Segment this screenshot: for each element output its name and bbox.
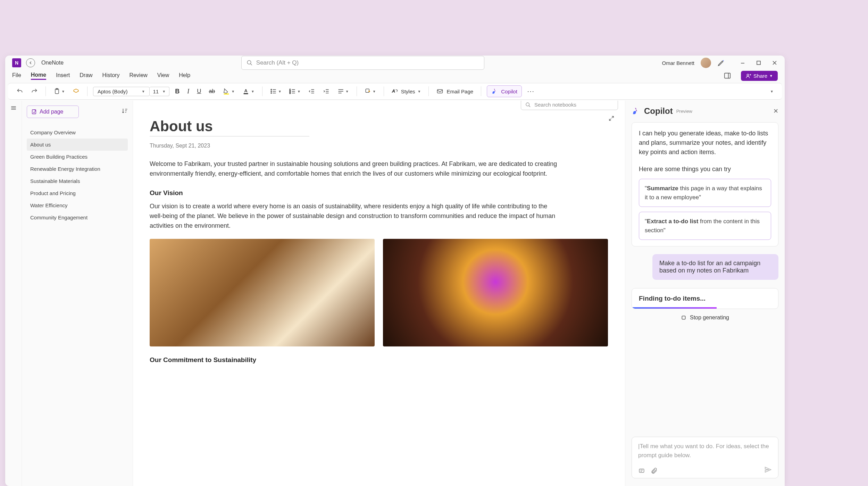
panel-toggle-icon[interactable]	[724, 72, 731, 79]
content-image[interactable]	[150, 239, 375, 346]
note-content[interactable]: Search notebooks About us Thursday, Sept…	[133, 101, 625, 486]
copilot-ribbon-button[interactable]: Copilot	[487, 85, 522, 97]
page-date: Thursday, Sept 21, 2023	[150, 143, 608, 149]
email-page-button[interactable]: Email Page	[434, 86, 475, 96]
app-window: N OneNote Search (Alt + Q) Omar Bennett …	[5, 56, 785, 486]
chevron-down-icon: ▼	[142, 90, 145, 93]
copilot-icon	[491, 88, 498, 95]
commitment-heading[interactable]: Our Commitment to Sustainability	[150, 356, 608, 364]
stop-icon	[681, 315, 686, 320]
copilot-status-card: Finding to-do items...	[632, 288, 778, 309]
svg-text:3: 3	[290, 92, 291, 94]
preview-badge: Preview	[676, 109, 692, 114]
undo-button[interactable]	[14, 86, 25, 96]
copilot-suggestion[interactable]: "Extract a to-do list from the content i…	[639, 212, 771, 240]
close-copilot-button[interactable]: ✕	[773, 107, 778, 115]
tab-draw[interactable]: Draw	[80, 72, 92, 79]
copilot-input[interactable]: |Tell me what you want to do. For ideas,…	[632, 437, 778, 478]
page-item[interactable]: Community Engagement	[27, 211, 128, 224]
prompt-guide-icon[interactable]	[638, 467, 645, 474]
share-button[interactable]: Share ▼	[741, 71, 778, 81]
pen-icon[interactable]	[717, 59, 725, 67]
global-search-input[interactable]: Search (Alt + Q)	[241, 56, 484, 70]
ribbon: ▼ Aptos (Body)▼ 11▼ B I U ab ▼ A▼ ▼ 123▼…	[8, 83, 782, 100]
tab-history[interactable]: History	[102, 72, 120, 79]
ribbon-collapse-button[interactable]: ▼	[768, 88, 776, 95]
strikethrough-button[interactable]: ab	[207, 87, 217, 96]
page-item[interactable]: About us	[27, 139, 128, 151]
intro-paragraph[interactable]: Welcome to Fabrikam, your trusted partne…	[150, 159, 559, 179]
font-size-selector[interactable]: 11▼	[150, 87, 170, 96]
tab-review[interactable]: Review	[129, 72, 147, 79]
app-name: OneNote	[41, 60, 64, 66]
numbering-button[interactable]: 123▼	[287, 86, 303, 96]
back-button[interactable]	[26, 58, 35, 67]
font-color-button[interactable]: A▼	[240, 86, 257, 97]
chevron-down-icon: ▼	[162, 90, 166, 93]
avatar[interactable]	[701, 58, 711, 68]
tab-home[interactable]: Home	[31, 72, 46, 80]
minimize-button[interactable]	[740, 60, 746, 66]
close-button[interactable]	[771, 60, 778, 66]
copilot-icon	[632, 107, 641, 116]
copilot-title: Copilot	[644, 106, 673, 116]
bullets-button[interactable]: ▼	[268, 86, 284, 96]
attach-icon[interactable]	[651, 467, 658, 474]
svg-point-13	[271, 91, 272, 92]
highlight-button[interactable]: ▼	[220, 86, 237, 97]
svg-rect-41	[639, 469, 644, 472]
svg-point-15	[271, 93, 272, 94]
app-logo-icon: N	[12, 58, 21, 67]
align-button[interactable]: ▼	[335, 86, 351, 96]
page-title[interactable]: About us	[150, 118, 608, 135]
user-area: Omar Bennett	[662, 58, 778, 68]
vision-heading[interactable]: Our Vision	[150, 189, 608, 197]
title-divider	[150, 136, 309, 136]
menu-tabs: File Home Insert Draw History Review Vie…	[5, 69, 785, 82]
content-image[interactable]	[383, 239, 608, 346]
more-button[interactable]: ···	[525, 86, 537, 97]
send-button[interactable]	[764, 466, 772, 475]
outdent-button[interactable]	[306, 86, 317, 96]
svg-point-11	[271, 89, 272, 90]
paste-button[interactable]: ▼	[51, 86, 67, 96]
svg-text:A: A	[244, 88, 248, 93]
page-item[interactable]: Sustainable Materials	[27, 175, 128, 187]
underline-button[interactable]: U	[195, 86, 203, 96]
svg-point-0	[247, 60, 251, 64]
svg-text:A: A	[392, 89, 395, 93]
sort-button[interactable]	[122, 108, 128, 115]
indent-button[interactable]	[321, 86, 332, 96]
page-item[interactable]: Company Overview	[27, 126, 128, 139]
expand-button[interactable]	[608, 115, 615, 123]
page-item[interactable]: Renewable Energy Integration	[27, 163, 128, 175]
tab-insert[interactable]: Insert	[56, 72, 70, 79]
notebook-search-input[interactable]: Search notebooks	[521, 101, 618, 110]
search-icon	[247, 60, 253, 66]
format-painter-button[interactable]	[70, 86, 82, 96]
sidebar-toggle[interactable]	[5, 101, 22, 486]
tab-view[interactable]: View	[157, 72, 169, 79]
maximize-button[interactable]	[756, 60, 762, 66]
page-item[interactable]: Green Building Practices	[27, 151, 128, 163]
tab-help[interactable]: Help	[179, 72, 190, 79]
page-item[interactable]: Product and Pricing	[27, 187, 128, 199]
styles-button[interactable]: AStyles▼	[390, 86, 423, 96]
bold-button[interactable]: B	[173, 86, 182, 97]
font-selector[interactable]: Aptos (Body)▼	[93, 87, 150, 96]
page-item[interactable]: Water Efficiency	[27, 199, 128, 211]
vision-paragraph[interactable]: Our vision is to create a world where ev…	[150, 202, 559, 231]
stop-generating-button[interactable]: Stop generating	[632, 315, 778, 321]
italic-button[interactable]: I	[185, 86, 191, 97]
add-page-button[interactable]: Add page	[27, 106, 79, 118]
tag-button[interactable]: ▼	[362, 86, 378, 96]
svg-rect-34	[437, 90, 443, 93]
copilot-suggestion[interactable]: "Summarize this page in a way that expla…	[639, 179, 771, 207]
chevron-down-icon: ▼	[769, 74, 773, 78]
redo-button[interactable]	[29, 86, 40, 96]
search-placeholder: Search (Alt + Q)	[256, 59, 299, 66]
progress-bar	[632, 307, 717, 309]
svg-rect-3	[725, 73, 731, 78]
add-page-icon	[31, 109, 37, 115]
tab-file[interactable]: File	[12, 72, 21, 79]
